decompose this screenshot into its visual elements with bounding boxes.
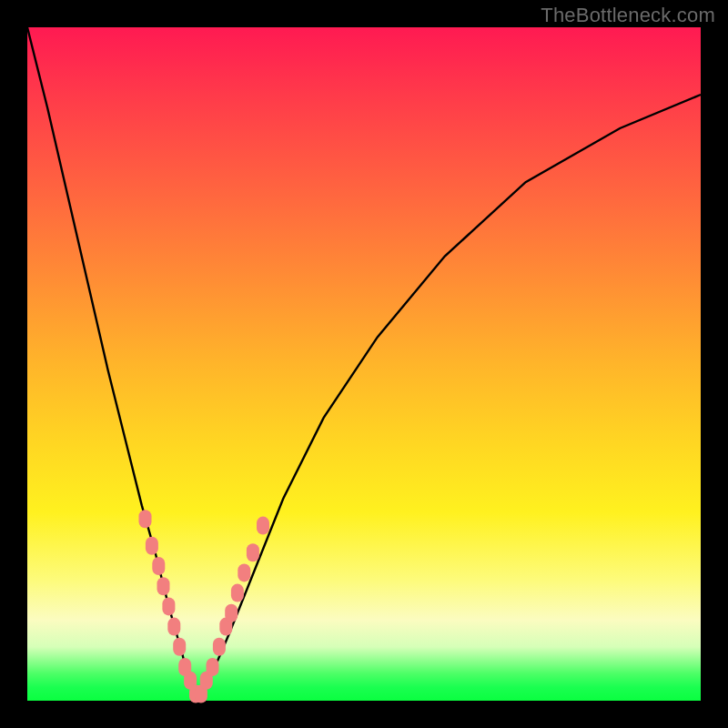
chart-svg: [27, 27, 701, 701]
marker-point: [238, 563, 250, 581]
marker-point: [152, 557, 165, 575]
marker-point: [157, 577, 170, 595]
outer-frame: TheBottleneck.com: [0, 0, 728, 728]
marker-point: [225, 604, 238, 622]
marker-point: [167, 618, 180, 636]
marker-point: [139, 510, 152, 528]
marker-point: [162, 597, 175, 615]
watermark-text: TheBottleneck.com: [541, 4, 715, 27]
marker-point: [146, 537, 158, 555]
marker-point: [207, 658, 219, 676]
marker-group: [139, 510, 270, 703]
bottleneck-curve: [27, 27, 701, 694]
marker-point: [213, 638, 226, 656]
marker-point: [257, 517, 269, 535]
marker-point: [247, 543, 259, 561]
marker-point: [231, 584, 244, 602]
marker-point: [173, 638, 186, 656]
plot-area: [27, 27, 701, 701]
